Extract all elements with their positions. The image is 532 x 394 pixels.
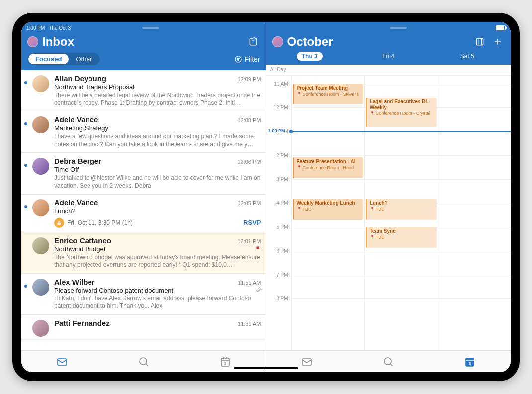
compose-button[interactable] <box>246 35 260 49</box>
email-sender: Adele Vance <box>54 198 98 207</box>
email-item[interactable]: Enrico Cattaneo 12:01 PM Northwind Budge… <box>21 232 266 274</box>
calendar-title: October <box>287 35 469 49</box>
email-time: 12:09 PM <box>237 76 261 82</box>
home-indicator[interactable] <box>234 367 298 369</box>
add-event-button[interactable] <box>491 35 505 49</box>
calendar-event[interactable]: Legal and Executives Bi-Weekly Conferenc… <box>366 98 437 127</box>
email-sender: Alex Wilber <box>54 278 95 286</box>
mail-content: Allan Deyoung12:09 PM Northwind Traders … <box>21 70 266 350</box>
day-column-sat[interactable] <box>438 76 511 350</box>
unread-indicator <box>24 81 27 84</box>
email-subject: Time Off <box>54 166 261 173</box>
date-selector-row: Thu 3 Fri 4 Sat 5 <box>271 53 506 65</box>
rsvp-button[interactable]: RSVP <box>243 219 261 226</box>
sender-avatar <box>32 237 49 254</box>
current-time-indicator: 1:00 PM <box>291 131 511 132</box>
svg-text:3: 3 <box>469 361 471 366</box>
multitask-grabber[interactable] <box>390 27 407 29</box>
day-column-fri[interactable]: Legal and Executives Bi-Weekly Conferenc… <box>364 76 438 350</box>
email-sender: Enrico Cattaneo <box>54 236 111 245</box>
email-time: 11:59 AM <box>238 321 261 327</box>
email-preview: There will be a detailed legal review of… <box>54 92 261 107</box>
email-time: 12:06 PM <box>237 159 261 165</box>
sender-avatar <box>32 199 49 216</box>
mail-tabbar: 3 <box>21 350 266 372</box>
svg-rect-6 <box>476 38 483 45</box>
current-time-label: 1:00 PM <box>267 128 286 133</box>
calendar-event[interactable]: Project Team Meeting Conference Room - S… <box>293 84 363 104</box>
account-avatar[interactable] <box>272 36 283 47</box>
email-sender: Adele Vance <box>54 115 98 124</box>
unread-indicator <box>24 122 27 125</box>
email-preview: The Northwind budget was approved at tod… <box>54 254 261 269</box>
email-time: 11:59 AM <box>238 280 261 286</box>
email-preview: Just talked to @Nestor Wilke and he will… <box>54 174 261 190</box>
unread-indicator <box>24 164 27 167</box>
ipad-frame: 1:00 PM Thu Oct 3 Inbox Focused Other <box>12 13 520 381</box>
mail-title: Inbox <box>42 35 242 49</box>
mail-pane: 1:00 PM Thu Oct 3 Inbox Focused Other <box>21 22 266 372</box>
calendar-tabbar: 3 <box>266 350 511 372</box>
meeting-time: Fri, Oct 11, 3:30 PM (1h) <box>67 219 133 226</box>
tab-calendar-icon[interactable]: 3 <box>454 353 486 371</box>
calendar-header: October Thu 3 Fri 4 Sat 5 <box>266 22 511 65</box>
filter-label: Filter <box>244 55 260 63</box>
status-date: Thu Oct 3 <box>49 25 71 31</box>
email-item[interactable]: Adele Vance12:05 PM Lunch? Fri, Oct 11, … <box>21 195 266 232</box>
sender-avatar <box>32 158 49 175</box>
email-item[interactable]: Adele Vance12:08 PM Marketing Strategy I… <box>21 111 266 153</box>
battery-icon <box>496 25 506 30</box>
email-subject: Please forward Contoso patent document <box>54 287 173 294</box>
svg-point-3 <box>140 358 147 365</box>
meeting-icon <box>54 218 64 228</box>
calendar-pane: October Thu 3 Fri 4 Sat 5 All Day 11 AM <box>266 22 511 372</box>
svg-point-1 <box>235 56 241 62</box>
account-avatar[interactable] <box>27 36 38 47</box>
email-subject: Northwind Traders Proposal <box>54 83 261 91</box>
svg-rect-7 <box>302 359 311 365</box>
hour-labels: 11 AM 12 PM 1 PM 2 PM 3 PM 4 PM 5 PM 6 P… <box>266 76 291 350</box>
email-sender: Debra Berger <box>54 157 101 165</box>
calendar-content[interactable]: All Day 11 AM 12 PM 1 PM 2 PM 3 PM 4 PM … <box>266 65 511 350</box>
status-bar-right <box>271 24 506 32</box>
multitask-grabber[interactable] <box>142 27 159 29</box>
sender-avatar <box>32 75 49 92</box>
tab-mail-icon[interactable] <box>46 353 78 371</box>
sender-avatar <box>32 320 49 337</box>
calendar-event[interactable]: Feature Presentation - AI Conference Roo… <box>293 157 363 178</box>
tab-other[interactable]: Other <box>69 54 99 64</box>
allday-row: All Day <box>266 65 511 76</box>
view-mode-button[interactable] <box>473 35 487 49</box>
email-item[interactable]: Allan Deyoung12:09 PM Northwind Traders … <box>21 70 266 111</box>
email-item[interactable]: Debra Berger12:06 PM Time Off Just talke… <box>21 153 266 194</box>
email-subject: Marketing Strategy <box>54 124 261 132</box>
svg-text:3: 3 <box>224 361 226 366</box>
day-label[interactable]: Fri 4 <box>351 53 426 60</box>
calendar-event[interactable]: Lunch? TBD <box>366 199 437 220</box>
email-sender: Allan Deyoung <box>54 74 106 83</box>
email-subject: Lunch? <box>54 207 261 215</box>
email-preview: Hi Katri, I don't have Alex Darrow's ema… <box>54 295 261 310</box>
email-preview: I have a few questions and ideas around … <box>54 133 261 148</box>
email-item[interactable]: Alex Wilber 11:59 AM Please forward Cont… <box>21 274 266 315</box>
status-time: 1:00 PM <box>26 25 45 31</box>
tab-search-icon[interactable] <box>128 353 160 371</box>
unread-indicator <box>24 285 27 288</box>
email-item[interactable]: Patti Fernandez 11:59 AM <box>21 315 266 341</box>
email-time: 12:05 PM <box>237 200 261 206</box>
day-today[interactable]: Thu 3 <box>272 53 348 60</box>
svg-point-8 <box>384 358 391 365</box>
tab-search-icon[interactable] <box>372 353 404 371</box>
day-column-thu[interactable]: Project Team Meeting Conference Room - S… <box>291 76 364 350</box>
inbox-tab-group: Focused Other <box>27 53 100 65</box>
calendar-event[interactable]: Team Sync TBD <box>366 227 437 248</box>
tab-focused[interactable]: Focused <box>28 54 69 64</box>
email-subject: Northwind Budget <box>54 245 105 253</box>
mail-header: 1:00 PM Thu Oct 3 Inbox Focused Other <box>21 22 266 70</box>
email-list[interactable]: Allan Deyoung12:09 PM Northwind Traders … <box>21 70 266 350</box>
calendar-event[interactable]: Weekly Marketing Lunch TBD <box>293 199 363 220</box>
sender-avatar <box>32 279 49 296</box>
screen: 1:00 PM Thu Oct 3 Inbox Focused Other <box>21 22 511 372</box>
filter-button[interactable]: Filter <box>234 55 260 63</box>
day-label[interactable]: Sat 5 <box>430 53 505 60</box>
